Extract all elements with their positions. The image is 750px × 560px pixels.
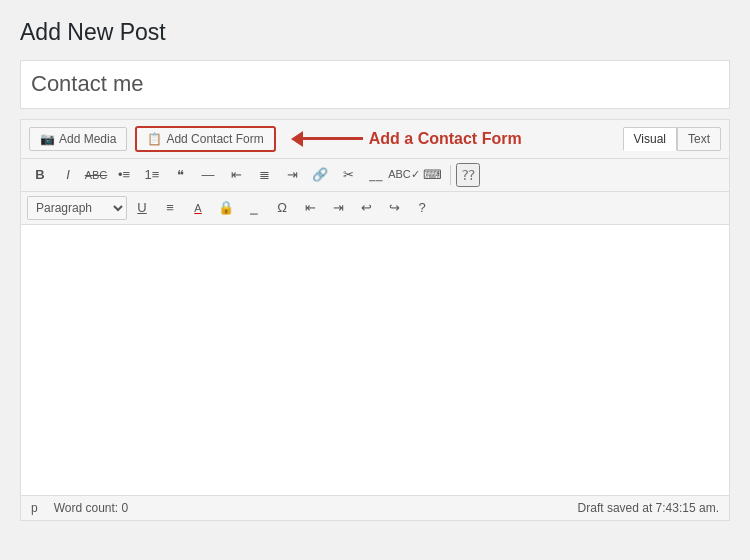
unlink-button[interactable]: ✂ <box>335 163 361 187</box>
align-left-button[interactable]: ⇤ <box>223 163 249 187</box>
blockquote-button[interactable]: ❝ <box>167 163 193 187</box>
indent-button[interactable]: ⇥ <box>325 196 351 220</box>
page-title: Add New Post <box>20 18 730 48</box>
align-right-button[interactable]: ⇥ <box>279 163 305 187</box>
strikethrough-button[interactable]: ABC <box>83 163 109 187</box>
editor-content[interactable] <box>21 225 729 495</box>
keyboard-shortcuts-button[interactable]: ⌨ <box>419 163 445 187</box>
add-contact-form-label: Add Contact Form <box>166 132 263 146</box>
redo-button[interactable]: ↪ <box>381 196 407 220</box>
text-color-button[interactable]: A <box>185 196 211 220</box>
contact-form-icon: 📋 <box>147 132 162 146</box>
tab-text[interactable]: Text <box>677 127 721 151</box>
editor-toolbar-top: 📷 Add Media 📋 Add Contact Form Add a Con… <box>21 120 729 159</box>
help-button[interactable]: ? <box>409 196 435 220</box>
toolbar-row2: Paragraph Heading 1 Heading 2 Heading 3 … <box>21 192 729 225</box>
ordered-list-button[interactable]: 1≡ <box>139 163 165 187</box>
bold-button[interactable]: B <box>27 163 53 187</box>
add-media-button[interactable]: 📷 Add Media <box>29 127 127 151</box>
footer-tag: p <box>31 501 38 515</box>
unordered-list-button[interactable]: •≡ <box>111 163 137 187</box>
arrow-line <box>303 137 363 140</box>
editor-footer: p Word count: 0 Draft saved at 7:43:15 a… <box>21 495 729 520</box>
horizontal-rule-button[interactable]: — <box>195 163 221 187</box>
word-count: Word count: 0 <box>54 501 128 515</box>
arrow-head-icon <box>291 131 303 147</box>
footer-left: p Word count: 0 <box>31 501 128 515</box>
align-center-button[interactable]: ≣ <box>251 163 277 187</box>
paragraph-select[interactable]: Paragraph Heading 1 Heading 2 Heading 3 … <box>27 196 127 220</box>
italic-button[interactable]: I <box>55 163 81 187</box>
toolbar-separator <box>450 165 451 185</box>
visual-text-tabs: Visual Text <box>623 127 721 151</box>
add-media-label: Add Media <box>59 132 116 146</box>
spellcheck-button[interactable]: ABC✓ <box>391 163 417 187</box>
insert-more-button[interactable]: ⎯⎯ <box>363 163 389 187</box>
link-button[interactable]: 🔗 <box>307 163 333 187</box>
arrow-shape <box>292 131 363 147</box>
justify-button[interactable]: ≡ <box>157 196 183 220</box>
outdent-button[interactable]: ⇤ <box>297 196 323 220</box>
toolbar-row1: B I ABC •≡ 1≡ ❝ — ⇤ ≣ ⇥ 🔗 ✂ ⎯⎯ ABC✓ ⌨ ⁇ <box>21 159 729 192</box>
add-contact-form-button[interactable]: 📋 Add Contact Form <box>135 126 275 152</box>
annotation: Add a Contact Form <box>292 130 522 148</box>
tab-visual[interactable]: Visual <box>623 127 677 151</box>
page-wrapper: Add New Post 📷 Add Media 📋 Add Contact F… <box>0 0 750 560</box>
annotation-text: Add a Contact Form <box>369 130 522 148</box>
draft-saved: Draft saved at 7:43:15 am. <box>578 501 719 515</box>
add-media-icon: 📷 <box>40 132 55 146</box>
underline-button[interactable]: U <box>129 196 155 220</box>
editor-wrapper: 📷 Add Media 📋 Add Contact Form Add a Con… <box>20 119 730 521</box>
expand-button[interactable]: ⁇ <box>456 163 480 187</box>
paste-as-text-button[interactable]: 🔒 <box>213 196 239 220</box>
insert-link-button[interactable]: ⎯ <box>241 196 267 220</box>
undo-button[interactable]: ↩ <box>353 196 379 220</box>
special-char-button[interactable]: Ω <box>269 196 295 220</box>
post-title-input[interactable] <box>20 60 730 109</box>
